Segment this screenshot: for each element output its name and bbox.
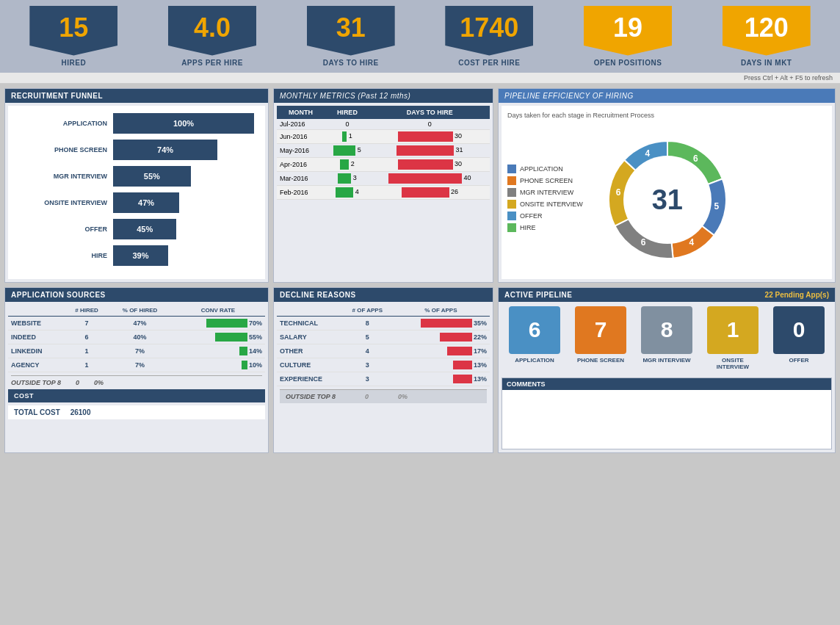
legend-label: ONSITE INTERVIEW <box>520 200 583 208</box>
pipeline-card-label: APPLICATION <box>515 357 554 364</box>
metrics-month: Mar-2016 <box>277 171 325 185</box>
decline-bar <box>421 319 472 328</box>
decline-pct-value: 17% <box>474 347 487 355</box>
conv-bar <box>215 333 247 342</box>
decline-bar-container: 22% <box>395 333 487 342</box>
funnel-bar: 39% <box>113 245 168 266</box>
kpi-open-value: 19 <box>584 6 672 56</box>
table-row: Mar-2016 3 40 <box>277 171 490 185</box>
refresh-hint: Press Ctrl + Alt + F5 to refresh <box>0 73 840 84</box>
svg-text:6: 6 <box>641 237 646 248</box>
kpi-cost-value: 1740 <box>445 6 533 56</box>
decline-reason: EXPERIENCE <box>277 372 343 386</box>
funnel-bar-container: 74% <box>113 140 254 160</box>
metrics-hired: 5 <box>325 143 370 157</box>
decline-header: DECLINE REASONS <box>274 288 493 302</box>
legend-item: PHONE SCREEN <box>507 176 583 185</box>
funnel-bar: 55% <box>113 166 191 187</box>
legend-item: ONSITE INTERVIEW <box>507 200 583 209</box>
table-row: WEBSITE 7 47% 70% <box>8 316 265 330</box>
table-row: Feb-2016 4 26 <box>277 185 490 199</box>
funnel-content: APPLICATION 100% PHONE SCREEN 74% MGR IN… <box>8 106 265 279</box>
kpi-cost-per-hire: 1740 COST PER HIRE <box>423 6 556 73</box>
cost-section-header: COST <box>8 389 265 402</box>
decline-bar <box>440 333 472 342</box>
decline-apps: 8 <box>343 316 392 330</box>
pipeline-card-value: 1 <box>707 306 758 354</box>
decline-apps: 3 <box>343 358 392 372</box>
kpi-apps-label: APPS PER HIRE <box>181 59 243 73</box>
source-conv: 70% <box>171 316 265 330</box>
table-row: May-2016 5 31 <box>277 143 490 157</box>
decline-apps: 4 <box>343 344 392 358</box>
decline-reason: SALARY <box>277 330 343 344</box>
table-row: SALARY 5 22% <box>277 330 490 344</box>
svg-text:4: 4 <box>645 148 650 159</box>
kpi-mkt-label: DAYS IN MKT <box>741 59 792 73</box>
funnel-row-label: MGR INTERVIEW <box>19 173 107 180</box>
active-pending: 22 Pending App(s) <box>765 291 829 299</box>
source-hired: 7 <box>65 316 109 330</box>
table-row: Jun-2016 1 30 <box>277 129 490 143</box>
source-conv: 10% <box>171 358 265 372</box>
decline-pct: 13% <box>392 372 490 386</box>
metrics-col-days: DAYS TO HIRE <box>370 106 490 119</box>
src-col-conv: CONV RATE <box>171 305 265 317</box>
source-pct-hired: 40% <box>109 330 171 344</box>
pipeline-card-value: 7 <box>575 306 626 354</box>
decline-reason: OTHER <box>277 344 343 358</box>
table-row: OTHER 4 17% <box>277 344 490 358</box>
kpi-days-value: 31 <box>307 6 395 56</box>
legend-label: OFFER <box>520 212 543 220</box>
legend-dot <box>507 200 516 209</box>
metrics-hired: 3 <box>325 171 370 185</box>
donut-center-value: 31 <box>652 184 683 215</box>
decline-panel: DECLINE REASONS # OF APPS % OF APPS TECH… <box>273 287 493 453</box>
metrics-panel: MONTHLY METRICS (Past 12 mths) MONTH HIR… <box>273 88 493 283</box>
src-col-source <box>8 305 65 317</box>
decline-pct: 17% <box>392 344 490 358</box>
funnel-row-label: PHONE SCREEN <box>19 146 107 153</box>
legend-item: APPLICATION <box>507 165 583 173</box>
kpi-mkt-value: 120 <box>723 6 811 56</box>
funnel-panel: RECRUITMENT FUNNEL APPLICATION 100% PHON… <box>4 88 269 283</box>
metrics-month: Jul-2016 <box>277 119 325 130</box>
funnel-bar-container: 47% <box>113 192 254 213</box>
total-cost-label: TOTAL COST <box>14 408 60 416</box>
kpi-days-label: DAYS TO HIRE <box>323 59 379 73</box>
metrics-hired: 4 <box>325 185 370 199</box>
src-col-hired: # HIRED <box>65 305 109 317</box>
table-row: CULTURE 3 13% <box>277 358 490 372</box>
metrics-days: 0 <box>370 119 490 130</box>
total-cost-value: 26100 <box>70 408 91 416</box>
funnel-row-label: HIRE <box>19 252 107 259</box>
conv-bar <box>242 361 247 369</box>
source-name: LINKEDIN <box>8 344 65 358</box>
decline-pct: 35% <box>392 316 490 330</box>
kpi-open-label: OPEN POSITIONS <box>594 59 662 73</box>
svg-text:6: 6 <box>693 153 698 163</box>
source-conv: 55% <box>171 330 265 344</box>
table-row: Apr-2016 2 30 <box>277 157 490 171</box>
funnel-row-label: ONSITE INTERVIEW <box>19 199 107 206</box>
pipeline-card: 6 APPLICATION <box>509 306 560 370</box>
metrics-days: 30 <box>370 157 490 171</box>
conv-bar <box>206 319 247 328</box>
sources-outside-top: OUTSIDE TOP 8 0 0% <box>11 375 262 386</box>
funnel-row-label: APPLICATION <box>19 120 107 127</box>
source-name: WEBSITE <box>8 316 65 330</box>
metrics-month: Jun-2016 <box>277 129 325 143</box>
decline-reason: TECHNICAL <box>277 316 343 330</box>
funnel-row: OFFER 45% <box>19 219 254 239</box>
pipeline-card-label: ONSITEINTERVIEW <box>717 357 749 370</box>
donut-chart: 654664 31 <box>594 126 741 273</box>
pipeline-header: PIPELINE EFFICIENCY OF HIRING <box>499 89 835 103</box>
metrics-col-month: MONTH <box>277 106 325 119</box>
table-row: EXPERIENCE 3 13% <box>277 372 490 386</box>
decline-bar-container: 17% <box>395 347 487 355</box>
kpi-apps-per-hire: 4.0 APPS PER HIRE <box>146 6 279 73</box>
pipeline-cards: 6 APPLICATION 7 PHONE SCREEN 8 MGR INTER… <box>499 302 835 375</box>
decline-pct-value: 22% <box>474 333 487 341</box>
dec-col-pct: % OF APPS <box>392 305 490 317</box>
metrics-days: 30 <box>370 129 490 143</box>
